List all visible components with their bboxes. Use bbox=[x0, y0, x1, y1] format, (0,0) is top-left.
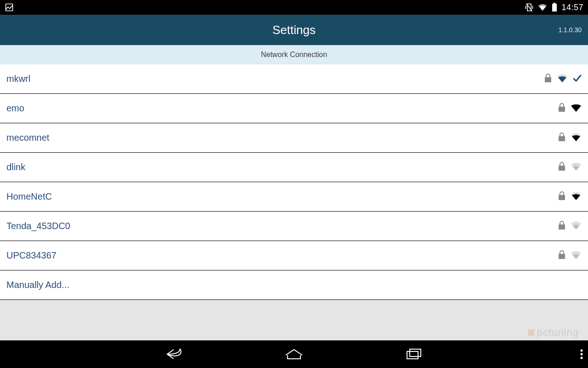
wifi-signal-icon bbox=[571, 191, 582, 203]
watermark-square-icon bbox=[528, 329, 534, 336]
wifi-ssid-label: dlink bbox=[6, 162, 558, 172]
wifi-signal-icon bbox=[571, 250, 582, 262]
svg-rect-13 bbox=[407, 351, 418, 359]
wifi-row-icons bbox=[558, 161, 582, 173]
manually-add-row[interactable]: Manually Add... bbox=[0, 270, 588, 300]
wifi-network-row[interactable]: mkwrl bbox=[0, 64, 588, 94]
status-clock: 14:57 bbox=[561, 3, 583, 12]
wifi-signal-icon bbox=[571, 132, 582, 144]
nav-recent-button[interactable] bbox=[400, 345, 427, 363]
lock-icon bbox=[558, 132, 566, 144]
vibrate-icon bbox=[525, 3, 534, 12]
svg-rect-7 bbox=[559, 107, 565, 112]
wifi-network-row[interactable]: mecomnet bbox=[0, 123, 588, 153]
wifi-network-row[interactable]: Tenda_453DC0 bbox=[0, 212, 588, 241]
wifi-signal-icon bbox=[571, 161, 582, 173]
wifi-row-icons bbox=[558, 250, 582, 262]
wifi-ssid-label: HomeNetC bbox=[6, 191, 558, 202]
wifi-signal-icon bbox=[557, 73, 568, 85]
svg-rect-6 bbox=[545, 77, 551, 82]
svg-rect-14 bbox=[410, 349, 421, 356]
wifi-row-icons bbox=[558, 220, 582, 232]
section-header-network: Network Connection bbox=[0, 45, 588, 64]
wifi-row-icons bbox=[558, 132, 582, 144]
nav-home-button[interactable] bbox=[280, 345, 308, 363]
section-header-label: Network Connection bbox=[261, 51, 327, 59]
svg-point-17 bbox=[581, 357, 583, 359]
svg-rect-8 bbox=[559, 136, 565, 141]
lock-icon bbox=[558, 191, 566, 202]
wifi-ssid-label: Tenda_453DC0 bbox=[6, 221, 558, 231]
wifi-network-row[interactable]: emo bbox=[0, 94, 588, 123]
svg-rect-9 bbox=[559, 166, 565, 171]
manually-add-label: Manually Add... bbox=[6, 280, 582, 290]
android-status-bar: 14:57 bbox=[0, 0, 588, 15]
svg-rect-0 bbox=[6, 4, 13, 11]
connected-check-icon bbox=[572, 74, 582, 85]
watermark: pctuning bbox=[528, 327, 579, 339]
wifi-network-row[interactable]: UPC834367 bbox=[0, 241, 588, 270]
wifi-ssid-label: mkwrl bbox=[6, 74, 544, 84]
screenshot-notification-icon bbox=[5, 3, 14, 12]
nav-back-button[interactable] bbox=[161, 345, 188, 363]
wifi-network-row[interactable]: dlink bbox=[0, 153, 588, 182]
wifi-signal-icon bbox=[571, 220, 582, 232]
svg-point-15 bbox=[581, 350, 583, 352]
wifi-status-icon bbox=[537, 3, 548, 12]
lock-icon bbox=[558, 221, 566, 232]
app-header: Settings 1.1.0.30 bbox=[0, 15, 588, 45]
wifi-network-list: mkwrlemomecomnetdlinkHomeNetCTenda_453DC… bbox=[0, 64, 588, 300]
watermark-text: pctuning bbox=[537, 327, 579, 339]
lock-icon bbox=[544, 74, 552, 85]
svg-rect-4 bbox=[552, 4, 557, 12]
svg-point-16 bbox=[581, 353, 583, 356]
page-title: Settings bbox=[272, 23, 316, 37]
wifi-row-icons bbox=[558, 191, 582, 203]
wifi-ssid-label: mecomnet bbox=[6, 132, 558, 143]
svg-rect-11 bbox=[559, 224, 565, 230]
svg-rect-12 bbox=[559, 254, 565, 259]
wifi-ssid-label: emo bbox=[6, 103, 558, 114]
lock-icon bbox=[558, 250, 566, 261]
android-nav-bar bbox=[0, 340, 588, 368]
svg-rect-5 bbox=[554, 3, 555, 4]
wifi-row-icons bbox=[558, 103, 582, 115]
wifi-row-icons bbox=[544, 73, 582, 85]
nav-overflow-button[interactable] bbox=[580, 340, 583, 368]
lock-icon bbox=[558, 103, 566, 114]
battery-icon bbox=[551, 3, 558, 12]
app-version: 1.1.0.30 bbox=[558, 26, 582, 34]
wifi-ssid-label: UPC834367 bbox=[6, 250, 558, 261]
svg-rect-10 bbox=[559, 195, 565, 200]
wifi-network-row[interactable]: HomeNetC bbox=[0, 182, 588, 212]
wifi-signal-icon bbox=[571, 103, 582, 115]
lock-icon bbox=[558, 162, 566, 173]
